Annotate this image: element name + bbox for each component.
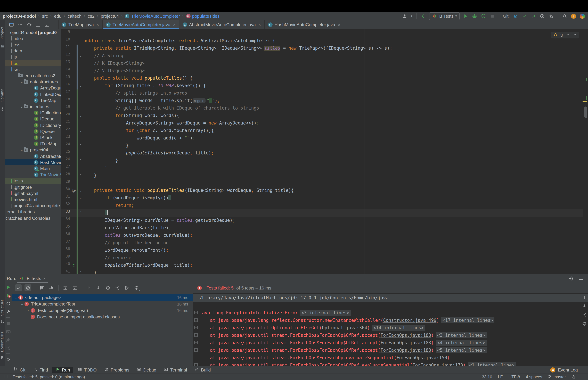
user-menu[interactable] bbox=[402, 13, 408, 19]
coverage-button[interactable] bbox=[480, 13, 486, 19]
tool-strip-commit[interactable]: Commit bbox=[0, 88, 5, 102]
previous-failed-button[interactable] bbox=[85, 285, 92, 291]
tree-item-ideque[interactable]: IIDeque bbox=[5, 116, 61, 122]
import-results-button[interactable] bbox=[114, 285, 121, 291]
tree-item-data[interactable]: data bbox=[5, 48, 61, 54]
show-passed-button[interactable] bbox=[15, 285, 22, 291]
ide-sphere-icon[interactable] bbox=[580, 13, 585, 19]
stacktrace-link[interactable]: ForEachOps.java:183 bbox=[380, 348, 431, 353]
close-icon[interactable]: × bbox=[96, 22, 99, 27]
console-output[interactable]: /Library/Java/JavaVirtualMachines/jdk-17… bbox=[193, 293, 588, 366]
inspections-widget[interactable]: 3 bbox=[551, 32, 579, 38]
tree-item-linkeddeque[interactable]: CLinkedDeque bbox=[5, 91, 61, 97]
project-view-selector[interactable] bbox=[9, 22, 14, 27]
tree-item-hashmovieautoc[interactable]: CHashMovieAutoC bbox=[5, 159, 61, 165]
expand-all-button[interactable] bbox=[35, 22, 40, 27]
console-settings-button[interactable] bbox=[582, 322, 587, 327]
tool-strip-bookmarks[interactable]: Bookmarks bbox=[0, 332, 5, 352]
export-results-button[interactable] bbox=[124, 285, 130, 291]
error-stripe[interactable] bbox=[583, 29, 588, 274]
stop-button[interactable] bbox=[489, 13, 495, 19]
tree-item-triemovieautoc[interactable]: CTrieMovieAutoC bbox=[5, 172, 61, 178]
stacktrace-link[interactable]: ForEachOps.java:173 bbox=[412, 363, 463, 366]
tree-item-project04[interactable]: ⌄project04 bbox=[5, 147, 61, 153]
test-settings-button[interactable] bbox=[6, 309, 11, 314]
rerun-failed-tests-button[interactable] bbox=[6, 293, 11, 298]
tab-triemovieautocompleter-java[interactable]: CTrieMovieAutoCompleter.java× bbox=[103, 20, 179, 29]
sort-by-duration-button[interactable] bbox=[48, 285, 55, 291]
structure-icon[interactable] bbox=[0, 320, 4, 324]
breadcrumb-item[interactable]: caltech bbox=[68, 13, 81, 19]
test-history-button[interactable]: ▾ bbox=[104, 285, 111, 291]
history-button[interactable] bbox=[539, 13, 545, 19]
stacktrace-link[interactable]: Constructor.java:499 bbox=[383, 318, 436, 323]
attach-debugger-button[interactable] bbox=[6, 337, 11, 342]
close-icon[interactable]: × bbox=[338, 22, 340, 27]
toolwindow-button-todo[interactable]: TODO bbox=[75, 367, 100, 373]
git-commit-button[interactable] bbox=[522, 13, 528, 19]
commit-node-icon[interactable] bbox=[0, 107, 4, 111]
tab-abstractmovieautocompleter-java[interactable]: CAbstractMovieAutoCompleter.java× bbox=[179, 20, 265, 29]
tree-item-project04-autocomplete[interactable]: project04-autocomplete bbox=[5, 203, 61, 209]
test-row[interactable]: ›!Tests complete(String val)16 ms bbox=[12, 307, 193, 314]
tree-item-root[interactable]: oject04-dodol [project0 bbox=[5, 29, 61, 35]
run-config-selector[interactable]: B Tests▾ bbox=[429, 12, 460, 20]
breadcrumb-item[interactable]: project04-dodol bbox=[3, 13, 36, 19]
tree-item-icollection[interactable]: IICollection bbox=[5, 110, 61, 116]
event-log-button[interactable]: 4Event Log bbox=[550, 367, 578, 372]
tab-hashmovieautocompleter-java[interactable]: CHashMovieAutoCompleter.java× bbox=[265, 20, 344, 29]
console-fold-toggle[interactable]: + bbox=[194, 318, 198, 322]
stacktrace-link[interactable]: ForEachOps.java:183 bbox=[380, 340, 431, 345]
breadcrumb-item[interactable]: cs2 bbox=[88, 13, 95, 19]
tree-item-css[interactable]: css bbox=[5, 42, 61, 48]
console-fold-toggle[interactable]: + bbox=[194, 333, 198, 337]
layout-icon[interactable] bbox=[3, 374, 8, 380]
collapse-all-button[interactable] bbox=[44, 22, 49, 27]
scroll-to-end-button[interactable] bbox=[582, 313, 587, 318]
code-editor[interactable]: 910public class TrieMovieAutoCompleter e… bbox=[61, 29, 588, 274]
collapse-all-button[interactable] bbox=[72, 285, 78, 291]
close-icon[interactable]: × bbox=[173, 22, 175, 27]
more-options-button[interactable] bbox=[18, 22, 23, 27]
rerun-tests-button[interactable] bbox=[6, 285, 11, 290]
bookmark-icon[interactable] bbox=[0, 356, 4, 360]
settings-button[interactable] bbox=[568, 276, 574, 281]
git-update-button[interactable] bbox=[513, 13, 519, 19]
console-fold-toggle[interactable]: + bbox=[194, 348, 198, 352]
caret-position-widget[interactable]: 33:10 bbox=[482, 375, 492, 379]
chevron-icon[interactable]: ⌄ bbox=[20, 302, 24, 306]
tool-strip-project[interactable]: Project bbox=[0, 27, 5, 39]
stacktrace-link[interactable]: ForEachOps.java:150 bbox=[397, 355, 447, 360]
tree-item-istack[interactable]: IIStack bbox=[5, 134, 61, 141]
toolwindow-button-run[interactable]: Run bbox=[52, 367, 73, 373]
tree-item-iqueue[interactable]: IIQueue bbox=[5, 128, 61, 134]
breadcrumb-item[interactable]: mpopulateTitles bbox=[186, 13, 220, 19]
project-tree[interactable]: oject04-dodol [project0.ideacssdatajsout… bbox=[5, 29, 61, 274]
test-row[interactable]: !Does not use or import disallowed class… bbox=[12, 314, 193, 320]
tree-item-interfaces[interactable]: ⌄interfaces bbox=[5, 104, 61, 110]
tree-item-abstractmoviea[interactable]: CAbstractMovieA bbox=[5, 153, 61, 159]
tree-item-out[interactable]: out bbox=[5, 60, 61, 66]
locate-file-button[interactable] bbox=[27, 22, 32, 27]
show-ignored-button[interactable] bbox=[24, 285, 31, 291]
sort-alphabetically-button[interactable] bbox=[38, 285, 45, 291]
folder-icon[interactable] bbox=[0, 44, 4, 48]
breadcrumb-item[interactable]: src bbox=[42, 13, 48, 19]
scroll-down-button[interactable] bbox=[582, 304, 587, 309]
chevron-down-icon[interactable]: ⌄ bbox=[20, 80, 24, 84]
chevron-icon[interactable]: › bbox=[26, 308, 31, 312]
tree-item-js[interactable]: js bbox=[5, 54, 61, 60]
tree-item--idea[interactable]: .idea bbox=[5, 35, 61, 41]
tab-triemap-java[interactable]: CTrieMap.java× bbox=[58, 20, 103, 29]
tree-item--gitlab-ci-yml[interactable]: .gitlab-ci.yml bbox=[5, 190, 61, 196]
breadcrumb-item[interactable]: project04 bbox=[101, 13, 119, 19]
search-everywhere-button[interactable] bbox=[562, 13, 568, 19]
toolwindow-button-build[interactable]: Build bbox=[191, 367, 214, 373]
indent-widget[interactable]: 4 spaces bbox=[526, 375, 542, 379]
close-icon[interactable]: × bbox=[43, 276, 46, 281]
thread-dump-button[interactable] bbox=[6, 329, 11, 334]
next-failed-button[interactable] bbox=[95, 285, 102, 291]
chevron-down-icon[interactable]: ⌄ bbox=[20, 148, 24, 152]
ide-update-button[interactable]: ↑ bbox=[571, 13, 576, 19]
debug-button[interactable] bbox=[472, 13, 477, 19]
